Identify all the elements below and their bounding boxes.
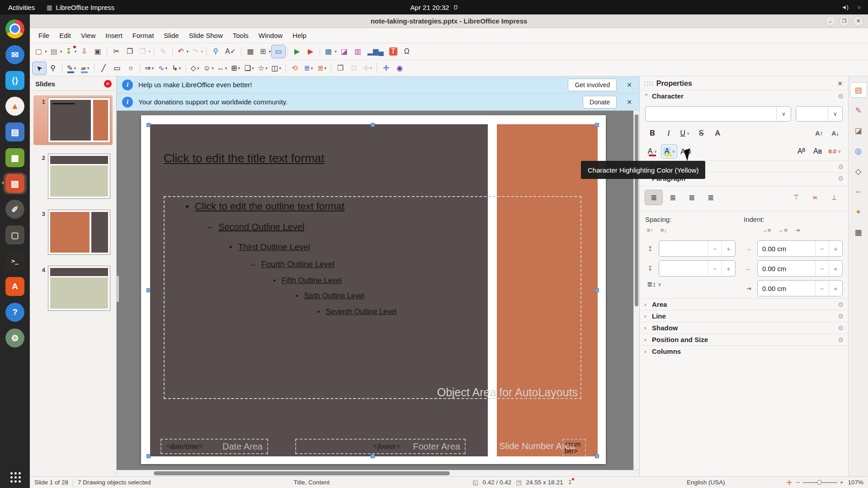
font-color-button[interactable]: A ∨: [645, 145, 660, 158]
separator[interactable]: ▾: [94, 63, 94, 73]
menu-item[interactable]: Edit: [54, 29, 76, 42]
slide-thumbnail-item[interactable]: 3: [33, 207, 113, 257]
align-right-button[interactable]: ≣: [683, 190, 700, 205]
bold-button[interactable]: B ∨: [645, 127, 660, 140]
start-from-current-slide-button[interactable]: ▶ ▾: [304, 45, 317, 58]
connectors-button[interactable]: ↳ ▾: [170, 62, 183, 75]
language-status[interactable]: English (USA): [687, 479, 725, 486]
separator[interactable]: ▾: [241, 47, 241, 56]
redo-button[interactable]: ↷ ▾: [189, 45, 204, 58]
edit-points-button[interactable]: ✛ ▾: [379, 62, 393, 75]
separator[interactable]: ▾: [154, 47, 154, 56]
footer-placeholder[interactable]: <footer> Footer Area: [295, 439, 466, 454]
restore-button[interactable]: ❐: [839, 16, 849, 26]
vlc-icon[interactable]: ▲: [3, 95, 27, 117]
separator[interactable]: ▾: [288, 47, 288, 56]
font-size-combobox[interactable]: ∨: [796, 106, 843, 122]
zoom-slider-thumb[interactable]: [817, 480, 822, 485]
thunderbird-icon[interactable]: ✉: [3, 44, 27, 66]
align-bottom-button[interactable]: ⊥: [826, 190, 843, 205]
insert-table-button[interactable]: ▦ ▾: [322, 45, 338, 58]
chrome-icon[interactable]: [3, 18, 27, 40]
date-placeholder[interactable]: <date/time> Date Area: [160, 439, 268, 454]
increment-button[interactable]: +: [829, 241, 842, 256]
select-button[interactable]: ➤ ▾: [33, 62, 46, 75]
flowchart-button[interactable]: ⊞ ▾: [229, 62, 242, 75]
rectangle-button[interactable]: ▭ ▾: [110, 62, 124, 75]
undo-button[interactable]: ↶ ▾: [175, 45, 189, 58]
slide-number-placeholder[interactable]: <num ber>: [562, 439, 586, 457]
gimp-icon[interactable]: ✐: [3, 198, 27, 220]
insert-chart-button[interactable]: ▂▆▄ ▾: [365, 45, 387, 58]
app-center-icon[interactable]: A: [3, 276, 27, 297]
align-objects-button[interactable]: ≣ ▾: [302, 62, 315, 75]
menu-item[interactable]: Help: [288, 29, 311, 42]
stars-banners-button[interactable]: ☆ ▾: [256, 62, 269, 75]
menu-item[interactable]: Format: [127, 29, 159, 42]
slide-thumbnail-item[interactable]: 2: [33, 151, 113, 201]
increment-button[interactable]: +: [722, 241, 735, 256]
zoom-percentage[interactable]: 107%: [848, 479, 863, 486]
impress-icon[interactable]: ▨: [3, 173, 27, 194]
separator[interactable]: ▾: [185, 63, 186, 73]
fit-slide-button[interactable]: ✛: [787, 479, 792, 486]
panel-splitter-handle[interactable]: [117, 276, 119, 302]
display-views-button[interactable]: ⊞ ▾: [257, 45, 272, 58]
notification-close-icon[interactable]: ✕: [622, 80, 637, 90]
glue-points-button[interactable]: ◉ ▾: [393, 62, 406, 75]
separator[interactable]: ▾: [331, 63, 331, 73]
outline-level-line[interactable]: •Click to edit the outline text format: [185, 201, 344, 212]
gear-icon[interactable]: ⚙: [838, 336, 844, 343]
align-left-button[interactable]: ≣: [645, 190, 662, 205]
selection-handle[interactable]: [595, 288, 599, 292]
increment-button[interactable]: +: [722, 261, 735, 276]
slide-canvas[interactable]: Click to edit the title text format •Cli…: [117, 111, 639, 470]
outline-level-line[interactable]: •Third Outline Level: [229, 242, 310, 252]
show-applications-icon[interactable]: [9, 471, 21, 483]
zoom-out-button[interactable]: −: [797, 479, 800, 486]
slide-thumbnail-item[interactable]: 1: [33, 95, 113, 145]
highlight-color-button[interactable]: A ∨: [661, 145, 677, 158]
help-icon[interactable]: ?: [3, 301, 27, 323]
separator[interactable]: ▾: [172, 47, 173, 56]
title-placeholder[interactable]: Click to edit the title text format: [164, 151, 324, 165]
decrease-paragraph-spacing-button[interactable]: ≡↓: [660, 227, 667, 237]
section-shadow[interactable]: › Shadow ⚙: [640, 322, 848, 333]
section-line[interactable]: › Line ⚙: [640, 310, 848, 322]
activities-button[interactable]: Activities: [8, 4, 35, 11]
volume-icon[interactable]: ◄): [841, 4, 849, 10]
writer-icon[interactable]: ▤: [3, 121, 27, 143]
gear-icon[interactable]: ⚙: [838, 324, 844, 332]
tab-master-slides[interactable]: ▦: [850, 225, 867, 239]
superscript-button[interactable]: Aᴮ ∨: [794, 145, 809, 158]
files-icon[interactable]: ▢: [3, 224, 27, 246]
italic-button[interactable]: I ∨: [661, 127, 676, 140]
horizontal-scrollbar[interactable]: [117, 470, 639, 476]
ellipse-button[interactable]: ○ ▾: [124, 62, 137, 75]
filter-button[interactable]: ✢ ▾: [361, 62, 374, 75]
display-grid-button[interactable]: ▦ ▾: [244, 45, 257, 58]
zoom-in-button[interactable]: +: [840, 479, 844, 486]
decrement-button[interactable]: −: [815, 241, 829, 256]
outline-level-line[interactable]: •Seventh Outline Level: [317, 308, 396, 316]
calc-icon[interactable]: ▦: [3, 147, 27, 169]
outline-placeholder[interactable]: •Click to edit the outline text format –…: [164, 196, 581, 399]
section-character[interactable]: › Character ⚙: [640, 90, 848, 102]
rotate-button[interactable]: ⟲ ▾: [288, 62, 302, 75]
find-replace-button[interactable]: ⚲ ▾: [209, 45, 222, 58]
minimize-button[interactable]: –: [825, 16, 835, 26]
block-arrows-button[interactable]: ⇔ ▾: [215, 62, 229, 75]
menu-item[interactable]: Insert: [100, 29, 127, 42]
decrement-button[interactable]: −: [708, 241, 722, 256]
subscript-button[interactable]: Aʙ ∨: [811, 145, 825, 158]
notification-action-button[interactable]: Donate: [583, 96, 617, 108]
separator[interactable]: ▾: [206, 47, 207, 56]
line-spacing-button[interactable]: ≣↕ ∨: [645, 280, 736, 288]
slides-panel-close-icon[interactable]: ✕: [104, 80, 112, 88]
align-top-button[interactable]: ⊤: [788, 190, 805, 205]
menu-item[interactable]: Slide: [159, 29, 184, 42]
slide-thumbnail-item[interactable]: 4: [33, 263, 113, 313]
open-button[interactable]: ▤ ▾: [48, 45, 63, 58]
print-button[interactable]: ▣ ▾: [91, 45, 104, 58]
separator[interactable]: ▾: [140, 63, 140, 73]
